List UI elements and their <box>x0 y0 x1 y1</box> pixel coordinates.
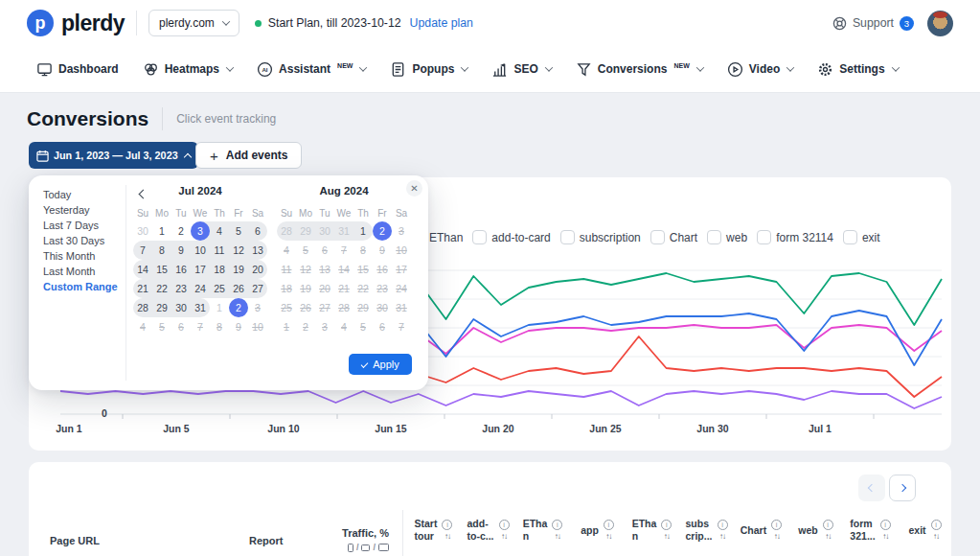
calendar-day[interactable]: 7 <box>191 317 210 336</box>
calendar-day[interactable]: 28 <box>334 298 353 317</box>
sort-icon[interactable]: ↑↓ <box>825 532 831 541</box>
column-header-chart[interactable]: Charti↑↓ <box>734 518 788 543</box>
calendar-day[interactable]: 5 <box>229 221 248 241</box>
calendar-day[interactable]: 2 <box>296 317 315 336</box>
domain-selector[interactable]: plerdy.com <box>148 10 239 36</box>
calendar-day[interactable]: 31 <box>191 298 210 317</box>
nav-item-seo[interactable]: SEO <box>491 61 551 78</box>
calendar-day[interactable]: 25 <box>277 298 296 317</box>
calendar-day[interactable]: 12 <box>229 241 248 260</box>
column-header-page-url[interactable]: Page URL <box>50 535 100 546</box>
calendar-day[interactable]: 15 <box>353 260 373 279</box>
calendar-day[interactable]: 19 <box>229 260 248 279</box>
calendar-day[interactable]: 8 <box>353 241 373 260</box>
calendar-day[interactable]: 19 <box>296 279 315 298</box>
calendar-day[interactable]: 24 <box>191 279 210 298</box>
calendar-day[interactable]: 8 <box>210 317 229 336</box>
calendar-day[interactable]: 30 <box>373 298 392 317</box>
preset-last-month[interactable]: Last Month <box>43 264 118 279</box>
sort-icon[interactable]: ↑↓ <box>664 532 670 541</box>
calendar-day[interactable]: 11 <box>210 241 229 260</box>
column-header-ethan[interactable]: EThani↑↓ <box>515 518 570 543</box>
calendar-day[interactable]: 14 <box>133 260 152 279</box>
calendar-day[interactable]: 4 <box>334 317 353 336</box>
column-header-web[interactable]: webi↑↓ <box>788 518 843 543</box>
sort-icon[interactable]: ↑↓ <box>444 532 450 541</box>
calendar-day[interactable]: 15 <box>152 260 171 279</box>
calendar-day[interactable]: 7 <box>392 317 411 336</box>
add-events-button[interactable]: + Add events <box>195 142 302 169</box>
calendar-day[interactable]: 5 <box>353 317 373 336</box>
pagination-prev-button[interactable] <box>858 475 885 501</box>
calendar-day[interactable]: 6 <box>248 221 267 241</box>
apply-button[interactable]: Apply <box>349 354 412 375</box>
column-header-report[interactable]: Report <box>249 535 283 546</box>
preset-last-7-days[interactable]: Last 7 Days <box>43 218 118 233</box>
preset-custom-range[interactable]: Custom Range <box>43 279 118 294</box>
calendar-day[interactable]: 4 <box>210 221 229 241</box>
column-header-form321[interactable]: form321...i↑↓ <box>843 518 898 543</box>
nav-item-assistant[interactable]: AIAssistantNEW <box>257 61 366 78</box>
nav-item-dashboard[interactable]: Dashboard <box>36 61 119 78</box>
calendar-day[interactable]: 8 <box>152 241 171 260</box>
calendar-day[interactable]: 5 <box>152 317 171 336</box>
calendar-day[interactable]: 4 <box>133 317 152 336</box>
column-header-traffic[interactable]: Traffic, % / / <box>297 527 389 552</box>
calendar-day[interactable]: 21 <box>133 279 152 298</box>
calendar-day[interactable]: 16 <box>373 260 392 279</box>
calendar-day[interactable]: 3 <box>248 298 267 317</box>
nav-item-settings[interactable]: Settings <box>817 61 898 78</box>
calendar-day[interactable]: 2 <box>373 221 392 241</box>
nav-item-conversions[interactable]: ConversionsNEW <box>576 61 703 78</box>
nav-item-heatmaps[interactable]: Heatmaps <box>143 61 233 78</box>
preset-this-month[interactable]: This Month <box>43 248 118 264</box>
calendar-day[interactable]: 3 <box>315 317 334 336</box>
calendar-day[interactable]: 6 <box>315 241 334 260</box>
user-avatar[interactable] <box>927 11 953 36</box>
calendar-day[interactable]: 4 <box>277 241 296 260</box>
calendar-day[interactable]: 26 <box>296 298 315 317</box>
calendar-day[interactable]: 7 <box>334 241 353 260</box>
calendar-day[interactable]: 30 <box>315 221 334 241</box>
column-header-exit[interactable]: exiti↑↓ <box>898 518 952 543</box>
calendar-day[interactable]: 26 <box>229 279 248 298</box>
nav-item-popups[interactable]: Popups <box>390 61 467 78</box>
calendar-day[interactable]: 31 <box>392 298 411 317</box>
sort-icon[interactable]: ↑↓ <box>555 532 560 541</box>
sort-icon[interactable]: ↑↓ <box>501 532 507 541</box>
nav-item-video[interactable]: Video <box>727 61 793 78</box>
calendar-day[interactable]: 18 <box>210 260 229 279</box>
calendar-day[interactable]: 28 <box>277 221 296 241</box>
sort-icon[interactable]: ↑↓ <box>605 532 611 541</box>
update-plan-link[interactable]: Update plan <box>410 16 473 30</box>
calendar-day[interactable]: 13 <box>315 260 334 279</box>
calendar-day[interactable]: 22 <box>152 279 171 298</box>
sort-icon[interactable]: ↑↓ <box>774 532 780 541</box>
sort-icon[interactable]: ↑↓ <box>882 532 888 541</box>
calendar-day[interactable]: 21 <box>334 279 353 298</box>
column-header-ethan[interactable]: EThani↑↓ <box>625 518 679 543</box>
pagination-next-button[interactable] <box>889 475 916 501</box>
calendar-day[interactable]: 14 <box>334 260 353 279</box>
plerdy-logo[interactable]: p plerdy <box>27 10 125 36</box>
calendar-day[interactable]: 1 <box>210 298 229 317</box>
calendar-day[interactable]: 24 <box>392 279 411 298</box>
calendar-day[interactable]: 1 <box>353 221 373 241</box>
calendar-day[interactable]: 23 <box>373 279 392 298</box>
calendar-day[interactable]: 9 <box>373 241 392 260</box>
calendar-day[interactable]: 10 <box>191 241 210 260</box>
preset-last-30-days[interactable]: Last 30 Days <box>43 233 118 248</box>
calendar-day[interactable]: 17 <box>191 260 210 279</box>
preset-yesterday[interactable]: Yesterday <box>43 202 118 218</box>
calendar-day[interactable]: 9 <box>171 241 191 260</box>
calendar-day[interactable]: 29 <box>152 298 171 317</box>
calendar-day[interactable]: 18 <box>277 279 296 298</box>
calendar-day[interactable]: 1 <box>152 221 171 241</box>
calendar-day[interactable]: 6 <box>373 317 392 336</box>
calendar-day[interactable]: 1 <box>277 317 296 336</box>
calendar-day[interactable]: 3 <box>392 221 411 241</box>
column-header-subscrip[interactable]: subscrip...i↑↓ <box>679 518 734 543</box>
calendar-day[interactable]: 5 <box>296 241 315 260</box>
date-range-button[interactable]: Jun 1, 2023 — Jul 3, 2023 <box>29 142 198 169</box>
calendar-day[interactable]: 29 <box>296 221 315 241</box>
